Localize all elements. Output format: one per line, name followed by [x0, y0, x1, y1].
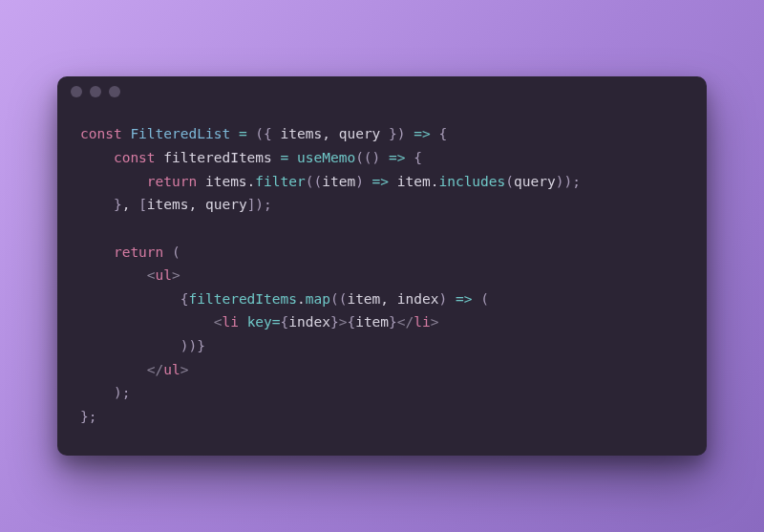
token-tag: li [222, 314, 238, 330]
code-line: ))} [80, 334, 684, 358]
token-var: item [397, 174, 431, 189]
token-op: => [389, 150, 405, 165]
token-punct [80, 245, 114, 260]
token-brace: } [380, 126, 396, 141]
token-punct [364, 174, 372, 189]
token-punct: , [322, 126, 338, 141]
token-brace: )); [556, 174, 581, 189]
code-line: <ul> [80, 264, 684, 287]
token-brace: ( [172, 245, 180, 260]
token-punct [80, 385, 114, 400]
token-punct: . [297, 291, 306, 307]
token-call: includes [438, 174, 505, 189]
token-kw: const [114, 150, 163, 165]
token-punct [80, 267, 147, 283]
token-call: map [306, 291, 330, 307]
code-line: const filteredItems = useMemo(() => { [80, 146, 684, 170]
token-angle: < [147, 267, 156, 283]
code-line: ); [80, 381, 684, 405]
token-punct [80, 197, 114, 212]
token-brace: ); [114, 385, 130, 400]
token-brace: }; [80, 409, 96, 424]
token-brace: (( [306, 174, 322, 189]
token-angle: > [180, 362, 189, 377]
token-punct [447, 291, 456, 307]
token-call: filteredItems [189, 291, 298, 307]
token-var: item [355, 314, 389, 330]
token-call: filter [255, 174, 305, 189]
token-punct [80, 221, 89, 236]
traffic-light-minimize-icon[interactable] [90, 86, 101, 97]
token-brace: () [364, 150, 380, 165]
code-window: const FilteredList = ({ items, query }) … [57, 76, 707, 455]
code-line: }, [items, query]); [80, 193, 684, 217]
token-brace: (( [330, 291, 347, 307]
traffic-light-zoom-icon[interactable] [109, 86, 120, 97]
token-punct [406, 126, 414, 141]
code-line [80, 217, 684, 241]
token-var: index [397, 291, 439, 307]
token-op: = [281, 150, 289, 165]
token-punct [80, 150, 114, 165]
token-angle: </ [397, 314, 414, 330]
token-brace: ) [355, 174, 364, 189]
token-tag: ul [156, 267, 172, 283]
code-line: </ul> [80, 358, 684, 382]
token-punct [389, 174, 397, 189]
token-brace: ( [505, 174, 514, 189]
token-brace: ) [397, 126, 406, 141]
token-brace: ]); [247, 197, 272, 212]
token-kw: return [114, 245, 172, 260]
token-var: index [288, 314, 330, 330]
token-punct: , [189, 197, 205, 212]
token-tag: li [414, 314, 430, 330]
token-brace: } [197, 338, 205, 353]
token-attr: key [247, 314, 272, 330]
token-punct [80, 338, 180, 353]
token-punct [230, 126, 239, 141]
token-op: = [239, 126, 247, 141]
token-kw: const [80, 126, 130, 141]
token-brace: { [180, 291, 189, 307]
code-line: }; [80, 405, 684, 429]
token-brace: ( [480, 291, 489, 307]
token-punct [288, 150, 297, 165]
token-kw: return [147, 174, 205, 189]
token-var: items [147, 197, 189, 212]
token-brace: [ [138, 197, 147, 212]
token-punct [239, 314, 247, 330]
token-punct [472, 291, 480, 307]
token-punct [380, 150, 389, 165]
code-line: <li key={index}>{item}</li> [80, 310, 684, 334]
code-block: const FilteredList = ({ items, query }) … [57, 107, 707, 455]
token-brace: { [438, 126, 447, 141]
token-op: = [272, 314, 281, 330]
traffic-light-close-icon[interactable] [71, 86, 82, 97]
token-tag: ul [163, 362, 180, 377]
token-op: => [414, 126, 430, 141]
token-var: query [339, 126, 381, 141]
token-angle: > [431, 314, 439, 330]
token-punct [80, 314, 214, 330]
titlebar [57, 76, 707, 107]
token-brace: { [347, 314, 355, 330]
token-brace: } [330, 314, 339, 330]
token-brace: { [414, 150, 422, 165]
token-var: filteredItems [163, 150, 272, 165]
token-punct [272, 150, 281, 165]
token-var: items [281, 126, 323, 141]
token-var: query [514, 174, 556, 189]
token-punct: , [380, 291, 396, 307]
token-brace: ( [255, 126, 264, 141]
token-brace: ) [438, 291, 447, 307]
token-call: useMemo [297, 150, 355, 165]
token-op: => [372, 174, 389, 189]
token-var: item [322, 174, 355, 189]
token-punct: , [122, 197, 138, 212]
code-line: return items.filter((item) => item.inclu… [80, 170, 684, 194]
token-brace: )) [180, 338, 197, 353]
token-op: => [456, 291, 472, 307]
code-line: return ( [80, 241, 684, 265]
token-brace: { [281, 314, 289, 330]
token-angle: > [172, 267, 180, 283]
